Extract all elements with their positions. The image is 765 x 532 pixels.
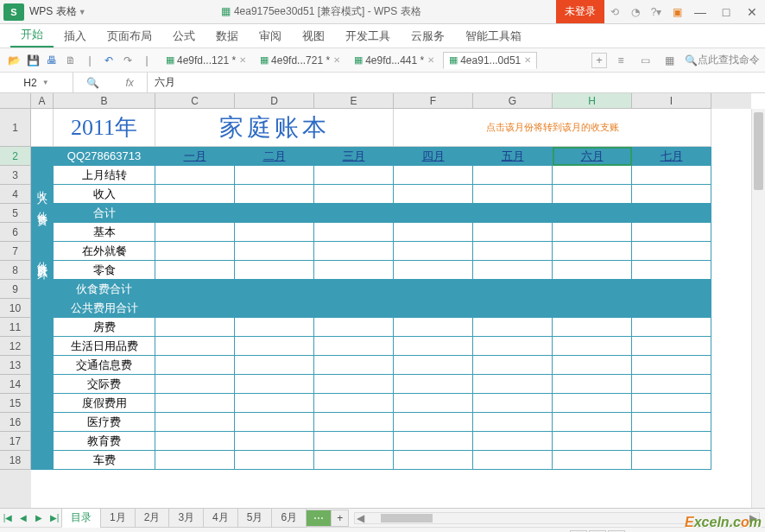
- col-A[interactable]: A: [31, 93, 54, 109]
- cell[interactable]: [632, 356, 711, 375]
- ribbon-tab-view[interactable]: 视图: [292, 25, 335, 48]
- row-18[interactable]: 18: [0, 451, 31, 470]
- cell[interactable]: [394, 280, 473, 299]
- cell[interactable]: [553, 394, 632, 413]
- row-label[interactable]: 房费: [54, 318, 155, 337]
- cell[interactable]: [155, 185, 235, 204]
- hint-cell[interactable]: 点击该月份将转到该月的收支账: [394, 109, 711, 147]
- cell[interactable]: [473, 204, 553, 223]
- sheet-nav-prev[interactable]: ◀: [16, 511, 30, 525]
- row-7[interactable]: 7: [0, 242, 31, 261]
- row-label[interactable]: 零食: [54, 261, 155, 280]
- row-label[interactable]: 上月结转: [54, 166, 155, 185]
- command-search[interactable]: 🔍 点此查找命令: [685, 53, 760, 67]
- cell[interactable]: [314, 356, 394, 375]
- window-minimize[interactable]: —: [687, 0, 713, 24]
- cell[interactable]: [632, 185, 711, 204]
- cell[interactable]: [473, 318, 553, 337]
- cell[interactable]: [632, 451, 711, 470]
- month-link[interactable]: 六月: [553, 147, 632, 166]
- cell[interactable]: [473, 432, 553, 451]
- fx-button[interactable]: fx: [125, 77, 133, 89]
- tab-box-icon[interactable]: ▭: [636, 52, 654, 69]
- vertical-scrollbar[interactable]: [751, 109, 765, 508]
- cell[interactable]: [314, 394, 394, 413]
- qq-cell[interactable]: QQ278663713: [54, 147, 155, 166]
- ribbon-tab-formula[interactable]: 公式: [162, 25, 205, 48]
- col-I[interactable]: I: [632, 93, 711, 109]
- col-H[interactable]: H: [553, 93, 632, 109]
- skin-icon[interactable]: ◔: [625, 0, 646, 24]
- cell[interactable]: [31, 109, 54, 147]
- cell[interactable]: [553, 185, 632, 204]
- cell[interactable]: [394, 451, 473, 470]
- cell[interactable]: [473, 242, 553, 261]
- row-label[interactable]: 在外就餐: [54, 242, 155, 261]
- row-2[interactable]: 2: [0, 147, 31, 166]
- window-maximize[interactable]: □: [713, 0, 739, 24]
- cell[interactable]: [632, 413, 711, 432]
- cell[interactable]: [473, 337, 553, 356]
- cell[interactable]: [155, 413, 235, 432]
- cell[interactable]: [553, 413, 632, 432]
- row-5[interactable]: 5: [0, 204, 31, 223]
- cell[interactable]: [553, 299, 632, 318]
- row-8[interactable]: 8: [0, 261, 31, 280]
- doc-tab-1[interactable]: ▦4e9fd...721 *✕: [255, 53, 345, 68]
- row-17[interactable]: 17: [0, 432, 31, 451]
- cell[interactable]: [632, 432, 711, 451]
- month-link[interactable]: 五月: [473, 147, 553, 166]
- year-cell[interactable]: 2011年: [54, 109, 155, 147]
- doc-tab-0[interactable]: ▦4e9fd...121 *✕: [161, 53, 251, 68]
- cell[interactable]: [394, 356, 473, 375]
- month-link[interactable]: 一月: [155, 147, 235, 166]
- cell[interactable]: [31, 185, 54, 204]
- ribbon-tab-cloud[interactable]: 云服务: [401, 25, 455, 48]
- cell[interactable]: [235, 204, 314, 223]
- cell[interactable]: [553, 451, 632, 470]
- cell[interactable]: [632, 337, 711, 356]
- ribbon-toggle-icon[interactable]: ▣: [667, 0, 687, 24]
- cell[interactable]: [394, 432, 473, 451]
- cell[interactable]: [394, 337, 473, 356]
- cell[interactable]: [155, 432, 235, 451]
- cell[interactable]: [553, 318, 632, 337]
- cell[interactable]: [473, 375, 553, 394]
- row-1[interactable]: 1: [0, 109, 31, 147]
- cell[interactable]: [235, 261, 314, 280]
- cell[interactable]: [314, 413, 394, 432]
- cell[interactable]: [155, 318, 235, 337]
- sheet-tab-more[interactable]: ⋯: [306, 510, 332, 527]
- row-label[interactable]: 合计: [54, 204, 155, 223]
- close-icon[interactable]: ✕: [524, 55, 531, 65]
- row-16[interactable]: 16: [0, 413, 31, 432]
- cell[interactable]: [394, 299, 473, 318]
- cell[interactable]: [394, 394, 473, 413]
- ribbon-tab-ai[interactable]: 智能工具箱: [455, 25, 532, 48]
- cell[interactable]: [155, 394, 235, 413]
- app-menu-dropdown-icon[interactable]: ▼: [79, 8, 86, 16]
- col-E[interactable]: E: [314, 93, 394, 109]
- row-14[interactable]: 14: [0, 375, 31, 394]
- sync-icon[interactable]: ⟲: [604, 0, 625, 24]
- cell[interactable]: [314, 375, 394, 394]
- month-link[interactable]: 四月: [394, 147, 473, 166]
- ribbon-tab-start[interactable]: 开始: [10, 23, 54, 48]
- close-icon[interactable]: ✕: [239, 55, 246, 65]
- cell[interactable]: [394, 166, 473, 185]
- title-cell[interactable]: 家庭账本: [155, 109, 394, 147]
- col-F[interactable]: F: [394, 93, 473, 109]
- cell[interactable]: [314, 280, 394, 299]
- cell[interactable]: [235, 451, 314, 470]
- col-C[interactable]: C: [155, 93, 235, 109]
- cell[interactable]: [553, 337, 632, 356]
- cell[interactable]: [235, 375, 314, 394]
- cell[interactable]: [314, 204, 394, 223]
- name-box[interactable]: H2▼: [0, 73, 73, 92]
- cell[interactable]: [394, 223, 473, 242]
- ribbon-tab-data[interactable]: 数据: [205, 25, 249, 48]
- cell[interactable]: [155, 242, 235, 261]
- open-icon[interactable]: 📂: [5, 52, 22, 69]
- row-label[interactable]: 交际费: [54, 375, 155, 394]
- formula-input[interactable]: 六月: [147, 73, 765, 92]
